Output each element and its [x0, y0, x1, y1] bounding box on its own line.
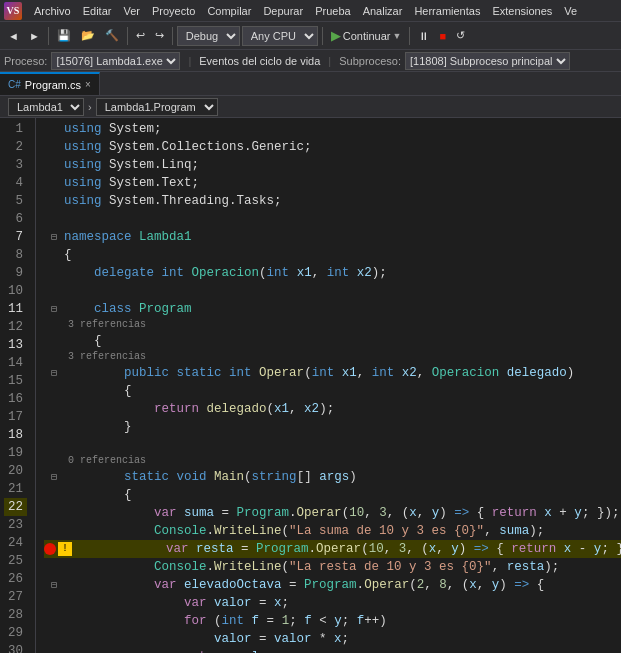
menu-editar[interactable]: Editar: [77, 3, 118, 19]
redo-button[interactable]: ↪: [151, 25, 168, 47]
toolbar-sep-3: [172, 27, 173, 45]
ln-18: 18: [4, 426, 27, 444]
code-line-15: return delegado(x1, x2);: [44, 400, 621, 418]
ln-7: 7: [4, 228, 27, 246]
tabbar: C# Program.cs ×: [0, 72, 621, 96]
ln-6: 6: [4, 210, 27, 228]
cpu-dropdown[interactable]: Any CPU: [242, 26, 318, 46]
gutter-24: ⊟: [44, 576, 64, 595]
ln-21: 21: [4, 480, 27, 498]
toolbar-sep-1: [48, 27, 49, 45]
code-line-7: ⊟ namespace Lambda1: [44, 228, 621, 246]
collapse-13[interactable]: ⊟: [51, 365, 57, 383]
menu-compilar[interactable]: Compilar: [201, 3, 257, 19]
menu-analizar[interactable]: Analizar: [357, 3, 409, 19]
eventos-label: Eventos del ciclo de vida: [199, 55, 320, 67]
ln-2: 2: [4, 138, 27, 156]
refs-line-11: 3 referencias: [44, 318, 621, 332]
class-dropdown[interactable]: Lambda1.Program: [96, 98, 218, 116]
collapse-11[interactable]: ⊟: [51, 301, 57, 319]
save-button[interactable]: 💾: [53, 25, 75, 47]
breakpoint-22[interactable]: [44, 543, 56, 555]
collapse-7[interactable]: ⊟: [51, 229, 57, 247]
toolbar-sep-4: [322, 27, 323, 45]
restart-button[interactable]: ↺: [452, 25, 469, 47]
ln-23: 23: [4, 516, 27, 534]
code-line-20: var suma = Program.Operar(10, 3, (x, y) …: [44, 504, 621, 522]
ln-26: 26: [4, 570, 27, 588]
ln-30: 30: [4, 642, 27, 653]
open-button[interactable]: 📂: [77, 25, 99, 47]
gutter-13: ⊟: [44, 364, 64, 383]
code-line-26: for (int f = 1; f < y; f++): [44, 612, 621, 630]
sep1: |: [188, 55, 191, 67]
ln-5: 5: [4, 192, 27, 210]
code-line-13: ⊟ public static int Operar(int x1, int x…: [44, 364, 621, 382]
code-line-4: using System.Text;: [44, 174, 621, 192]
collapse-18[interactable]: ⊟: [51, 469, 57, 487]
ln-3: 3: [4, 156, 27, 174]
code-line-10: [44, 282, 621, 300]
ln-1: 1: [4, 120, 27, 138]
pause-button[interactable]: ⏸: [414, 25, 433, 47]
breadcrumb: Lambda1 › Lambda1.Program: [0, 96, 621, 118]
ln-10: 10: [4, 282, 27, 300]
continue-dropdown-icon: ▼: [392, 31, 401, 41]
code-editor: 1 2 3 4 5 6 7 8 9 10 11 12 13 14 15 16 1…: [0, 118, 621, 653]
namespace-dropdown[interactable]: Lambda1: [8, 98, 84, 116]
menu-proyecto[interactable]: Proyecto: [146, 3, 201, 19]
line-numbers: 1 2 3 4 5 6 7 8 9 10 11 12 13 14 15 16 1…: [0, 118, 36, 653]
code-line-17: [44, 436, 621, 454]
refs-line-13: 3 referencias: [44, 350, 621, 364]
ln-4: 4: [4, 174, 27, 192]
warning-icon-22: !: [58, 542, 72, 556]
gutter-18: ⊟: [44, 468, 64, 487]
menu-herramientas[interactable]: Herramientas: [408, 3, 486, 19]
processbar: Proceso: [15076] Lambda1.exe | Eventos d…: [0, 50, 621, 72]
toolbar: ◄ ► 💾 📂 🔨 ↩ ↪ Debug Any CPU ▶ Continuar …: [0, 22, 621, 50]
undo-button[interactable]: ↩: [132, 25, 149, 47]
menu-prueba[interactable]: Prueba: [309, 3, 356, 19]
back-button[interactable]: ◄: [4, 25, 23, 47]
breadcrumb-sep: ›: [88, 101, 92, 113]
menubar: VS Archivo Editar Ver Proyecto Compilar …: [0, 0, 621, 22]
ln-13: 13: [4, 336, 27, 354]
code-line-9: delegate int Operacion(int x1, int x2);: [44, 264, 621, 282]
toolbar-sep-2: [127, 27, 128, 45]
ln-20: 20: [4, 462, 27, 480]
refs-line-18: 0 referencias: [44, 454, 621, 468]
ln-12: 12: [4, 318, 27, 336]
code-line-18: ⊟ static void Main(string[] args): [44, 468, 621, 486]
code-line-8: {: [44, 246, 621, 264]
code-content[interactable]: using System; using System.Collections.G…: [36, 118, 621, 653]
code-line-27: valor = valor * x;: [44, 630, 621, 648]
ln-27: 27: [4, 588, 27, 606]
menu-ver[interactable]: Ver: [117, 3, 146, 19]
stop-button[interactable]: ■: [435, 25, 450, 47]
continue-button[interactable]: ▶ Continuar ▼: [327, 26, 406, 45]
code-line-19: {: [44, 486, 621, 504]
menu-ve[interactable]: Ve: [558, 3, 583, 19]
code-line-3: using System.Linq;: [44, 156, 621, 174]
forward-button[interactable]: ►: [25, 25, 44, 47]
subproceso-dropdown[interactable]: [11808] Subproceso principal: [405, 52, 570, 70]
warning-22: !: [58, 542, 74, 556]
ln-19: 19: [4, 444, 27, 462]
ln-28: 28: [4, 606, 27, 624]
ln-29: 29: [4, 624, 27, 642]
menu-archivo[interactable]: Archivo: [28, 3, 77, 19]
ln-17: 17: [4, 408, 27, 426]
tab-close-button[interactable]: ×: [85, 79, 91, 90]
collapse-24[interactable]: ⊟: [51, 577, 57, 595]
tab-program-cs[interactable]: C# Program.cs ×: [0, 72, 100, 95]
gutter-11: ⊟: [44, 300, 64, 319]
cs-icon: C#: [8, 79, 21, 90]
debug-config-dropdown[interactable]: Debug: [177, 26, 240, 46]
ln-14: 14: [4, 354, 27, 372]
menu-extensiones[interactable]: Extensiones: [486, 3, 558, 19]
proceso-dropdown[interactable]: [15076] Lambda1.exe: [51, 52, 180, 70]
menu-depurar[interactable]: Depurar: [257, 3, 309, 19]
build-button[interactable]: 🔨: [101, 25, 123, 47]
code-line-28: return valor;: [44, 648, 621, 653]
ln-11: 11: [4, 300, 27, 318]
